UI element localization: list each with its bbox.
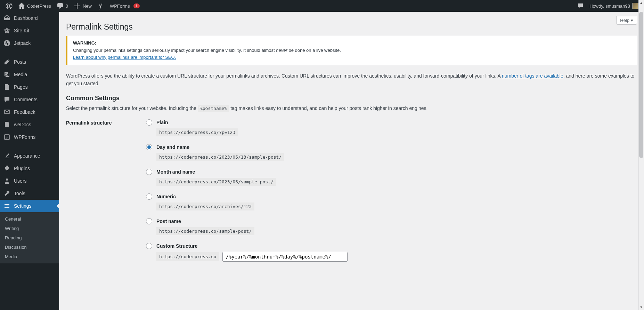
permalink-structure-label: Permalink structure (66, 119, 146, 126)
notice-heading: WARNING: (73, 40, 631, 46)
help-tab[interactable]: Help ▾ (616, 16, 637, 25)
appearance-icon (3, 152, 10, 159)
feedback-icon (3, 109, 10, 116)
sidebar-item-label: Users (14, 178, 27, 184)
sidebar-item-wpforms[interactable]: WPForms (0, 131, 59, 143)
posts-icon (3, 58, 10, 65)
radio-label[interactable]: Day and name (156, 144, 189, 150)
tags-available-link[interactable]: number of tags are available (502, 73, 563, 79)
scroll-down-arrow[interactable]: ▼ (639, 305, 643, 309)
notice-text-post: be done on a live website. (287, 48, 341, 53)
sidebar-item-label: Dashboard (14, 15, 38, 21)
submenu-item-media[interactable]: Media (0, 252, 59, 261)
dashboard-icon (3, 15, 10, 22)
my-account-menu[interactable]: Howdy, smusman98 (587, 0, 641, 12)
yoast-icon (97, 2, 104, 9)
comments-count: 0 (66, 3, 68, 9)
admin-sidebar: DashboardGSite KitJetpackPostsMediaPages… (0, 12, 59, 310)
custom-structure-input[interactable] (222, 252, 348, 262)
avatar (632, 3, 638, 9)
scrollbar-thumb[interactable] (639, 12, 643, 158)
custom-base-url: https://coderpress.co (156, 252, 219, 261)
sidebar-item-settings[interactable]: Settings (0, 200, 59, 212)
users-icon (3, 177, 10, 184)
sidebar-item-label: Plugins (14, 166, 30, 171)
site-name-label: CoderPress (27, 3, 51, 9)
example-url: https://coderpress.co/2023/05/sample-pos… (156, 178, 276, 186)
svg-point-1 (4, 40, 10, 46)
example-url: https://coderpress.co/2023/05/13/sample-… (156, 153, 284, 161)
sidebar-item-pages[interactable]: Pages (0, 81, 59, 93)
intro-description: WordPress offers you the ability to crea… (66, 72, 637, 88)
desc-pre: Select the permalink structure for your … (66, 105, 198, 111)
notice-seo-link[interactable]: Learn about why permalinks are important… (73, 55, 176, 60)
sidebar-item-label: Pages (14, 84, 28, 90)
notifications-menu[interactable] (574, 0, 587, 12)
submenu-item-discussion[interactable]: Discussion (0, 243, 59, 252)
page-scrollbar[interactable]: ▲ ▼ (638, 0, 644, 310)
submenu-item-writing[interactable]: Writing (0, 224, 59, 233)
radio-label[interactable]: Month and name (156, 169, 195, 175)
yoast-menu[interactable] (95, 0, 107, 12)
svg-point-4 (6, 178, 8, 181)
sidebar-item-feedback[interactable]: Feedback (0, 106, 59, 118)
sidebar-item-jetpack[interactable]: Jetpack (0, 37, 59, 49)
radio-label[interactable]: Custom Structure (156, 243, 197, 249)
submenu-item-reading[interactable]: Reading (0, 233, 59, 243)
submenu-item-general[interactable]: General (0, 214, 59, 224)
page-title: Permalink Settings (66, 15, 637, 36)
sidebar-item-tools[interactable]: Tools (0, 187, 59, 200)
sidebar-item-wedocs[interactable]: weDocs (0, 118, 59, 131)
sidebar-item-media[interactable]: Media (0, 68, 59, 81)
sidebar-item-users[interactable]: Users (0, 175, 59, 187)
comment-icon (57, 2, 64, 9)
media-icon (3, 71, 10, 78)
settings-submenu: GeneralWritingReadingDiscussionMedia (0, 212, 59, 263)
comment-alt-icon (577, 2, 584, 9)
sidebar-item-appearance[interactable]: Appearance (0, 150, 59, 162)
sidebar-item-dashboard[interactable]: Dashboard (0, 12, 59, 24)
example-url: https://coderpress.co/archives/123 (156, 202, 254, 210)
site-name-menu[interactable]: CoderPress (15, 0, 54, 12)
radio-label[interactable]: Plain (156, 120, 168, 125)
svg-rect-9 (8, 205, 8, 207)
svg-point-2 (6, 73, 7, 74)
sidebar-item-label: Site Kit (14, 28, 29, 33)
postname-tag: %postname% (198, 105, 229, 112)
radio-plain[interactable] (146, 119, 152, 126)
chevron-down-icon: ▾ (631, 18, 633, 23)
radio-label[interactable]: Post name (156, 218, 181, 224)
radio-label[interactable]: Numeric (156, 194, 176, 199)
wpforms-menu[interactable]: WPForms 1 (107, 0, 142, 12)
svg-rect-5 (5, 204, 9, 205)
sidebar-item-comments[interactable]: Comments (0, 93, 59, 106)
sidebar-item-site-kit[interactable]: GSite Kit (0, 24, 59, 37)
wp-logo-menu[interactable] (3, 0, 15, 12)
sidebar-item-posts[interactable]: Posts (0, 56, 59, 68)
svg-rect-6 (5, 206, 9, 206)
radio-month-and-name[interactable] (146, 169, 152, 175)
sidebar-item-label: weDocs (14, 122, 31, 127)
new-content-menu[interactable]: New (71, 0, 95, 12)
plugins-icon (3, 165, 10, 172)
notice-text-em: never (276, 48, 287, 53)
sidebar-item-label: Media (14, 72, 27, 77)
warning-notice: WARNING: Changing your permalinks settin… (66, 36, 637, 65)
radio-post-name[interactable] (146, 218, 152, 224)
wordpress-icon (6, 2, 13, 9)
common-settings-desc: Select the permalink structure for your … (66, 105, 637, 111)
sidebar-item-label: Appearance (14, 153, 40, 159)
radio-day-and-name[interactable] (146, 144, 152, 150)
scroll-up-arrow[interactable]: ▲ (639, 1, 643, 5)
comments-menu[interactable]: 0 (54, 0, 71, 12)
svg-rect-8 (6, 204, 6, 205)
howdy-label: Howdy, smusman98 (589, 3, 630, 9)
notice-text-pre: Changing your permalinks settings can se… (73, 48, 276, 53)
wpforms-badge: 1 (133, 3, 140, 8)
common-settings-heading: Common Settings (66, 95, 637, 102)
sidebar-item-label: Tools (14, 191, 25, 196)
main-content: Help ▾ Permalink Settings WARNING: Chang… (59, 12, 644, 310)
sidebar-item-plugins[interactable]: Plugins (0, 162, 59, 175)
radio-numeric[interactable] (146, 193, 152, 200)
radio-custom-structure[interactable] (146, 243, 152, 249)
